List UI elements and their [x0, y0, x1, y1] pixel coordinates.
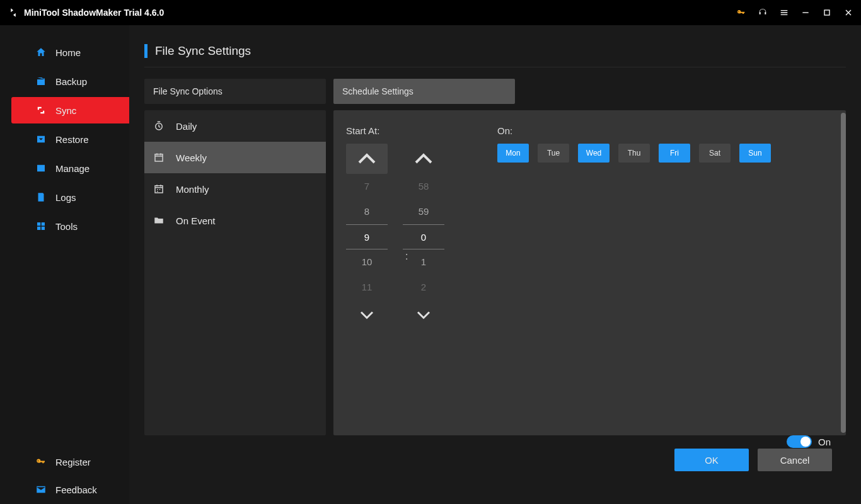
- minute-option[interactable]: 58: [403, 174, 444, 199]
- schedule-settings-panel: Start At: : 7 8 9 10 11: [333, 110, 846, 435]
- headset-icon[interactable]: [758, 8, 768, 18]
- day-toggle-fri[interactable]: Fri: [659, 144, 690, 163]
- sidebar-item-backup[interactable]: Backup: [11, 68, 129, 94]
- sidebar: Home Backup Sync Restore Manage Logs Too…: [0, 25, 129, 504]
- day-toggle-mon[interactable]: Mon: [497, 144, 529, 163]
- minute-up-button[interactable]: [403, 144, 444, 174]
- schedule-type-monthly[interactable]: Monthly: [144, 173, 326, 205]
- ok-button[interactable]: OK: [674, 449, 749, 471]
- schedule-type-label: On Event: [176, 215, 216, 226]
- tab-file-sync-options[interactable]: File Sync Options: [144, 79, 326, 104]
- sidebar-item-label: Manage: [55, 163, 90, 174]
- page-header: File Sync Settings: [144, 44, 846, 67]
- start-at-label: Start At:: [346, 125, 459, 136]
- hour-option[interactable]: 11: [346, 275, 388, 300]
- sidebar-item-label: Logs: [55, 192, 76, 203]
- sidebar-item-manage[interactable]: Manage: [11, 155, 129, 181]
- clock-icon: [153, 120, 165, 132]
- on-label: On:: [497, 125, 771, 136]
- schedule-type-daily[interactable]: Daily: [144, 110, 326, 142]
- hour-option[interactable]: 10: [346, 249, 388, 275]
- sidebar-item-label: Restore: [55, 134, 89, 145]
- app-title: MiniTool ShadowMaker Trial 4.6.0: [24, 8, 164, 18]
- svg-rect-7: [155, 154, 163, 161]
- schedule-type-label: Monthly: [176, 184, 209, 195]
- menu-icon[interactable]: [779, 8, 789, 18]
- app-logo-icon: [8, 7, 19, 18]
- calendar-month-icon: [153, 183, 165, 195]
- backup-icon: [35, 76, 47, 87]
- cancel-button[interactable]: Cancel: [758, 449, 832, 471]
- tab-schedule-settings[interactable]: Schedule Settings: [333, 79, 515, 104]
- schedule-type-list: Daily Weekly Monthly On Event: [144, 110, 326, 435]
- page-title: File Sync Settings: [155, 44, 251, 58]
- mail-icon: [35, 484, 47, 495]
- key-icon: [35, 456, 47, 467]
- minimize-icon[interactable]: [800, 8, 811, 18]
- manage-icon: [35, 163, 47, 174]
- sidebar-item-logs[interactable]: Logs: [11, 184, 129, 210]
- day-toggle-thu[interactable]: Thu: [618, 144, 650, 163]
- sidebar-item-restore[interactable]: Restore: [11, 126, 129, 152]
- toggle-label: On: [818, 437, 831, 447]
- restore-icon: [35, 134, 47, 145]
- hour-option[interactable]: 7: [346, 174, 388, 199]
- sidebar-item-sync[interactable]: Sync: [11, 97, 129, 123]
- logs-icon: [35, 192, 47, 203]
- day-toggle-tue[interactable]: Tue: [538, 144, 569, 163]
- close-icon[interactable]: [843, 8, 853, 18]
- home-icon: [35, 47, 47, 58]
- minute-option[interactable]: 59: [403, 199, 444, 224]
- tabs-row: File Sync Options Schedule Settings: [144, 79, 846, 104]
- sidebar-item-label: Home: [55, 47, 81, 58]
- time-spinner: : 7 8 9 10 11: [346, 144, 459, 326]
- sidebar-item-register[interactable]: Register: [11, 449, 129, 475]
- minute-selected[interactable]: 0: [403, 224, 444, 249]
- hour-down-button[interactable]: [346, 304, 388, 326]
- day-toggle-sun[interactable]: Sun: [739, 144, 771, 163]
- svg-rect-5: [42, 227, 45, 230]
- sidebar-item-label: Register: [55, 457, 91, 467]
- sidebar-item-label: Tools: [55, 221, 78, 232]
- svg-rect-0: [802, 12, 808, 13]
- maximize-icon[interactable]: [822, 8, 832, 18]
- svg-rect-8: [155, 186, 163, 193]
- footer-buttons: OK Cancel: [144, 435, 846, 484]
- scrollbar[interactable]: [841, 113, 846, 433]
- hour-option[interactable]: 8: [346, 199, 388, 224]
- calendar-week-icon: [153, 152, 165, 163]
- hour-up-button[interactable]: [346, 144, 388, 174]
- hour-selected[interactable]: 9: [346, 224, 388, 249]
- key-icon[interactable]: [736, 8, 746, 18]
- minute-option[interactable]: 2: [403, 275, 444, 300]
- day-toggle-wed[interactable]: Wed: [578, 144, 610, 163]
- sidebar-item-feedback[interactable]: Feedback: [11, 476, 129, 503]
- svg-rect-3: [42, 222, 45, 226]
- sidebar-item-label: Sync: [55, 105, 76, 116]
- header-accent-bar: [144, 44, 147, 58]
- sync-icon: [35, 105, 47, 116]
- sidebar-item-tools[interactable]: Tools: [11, 213, 129, 239]
- hour-spinner[interactable]: 7 8 9 10 11: [346, 144, 388, 326]
- schedule-type-on-event[interactable]: On Event: [144, 205, 326, 236]
- sidebar-item-label: Feedback: [55, 484, 97, 495]
- minute-option[interactable]: 1: [403, 249, 444, 275]
- titlebar: MiniTool ShadowMaker Trial 4.6.0: [0, 0, 861, 25]
- main-panel: File Sync Settings File Sync Options Sch…: [129, 25, 861, 504]
- schedule-type-label: Weekly: [176, 152, 207, 163]
- tools-icon: [35, 220, 47, 232]
- schedule-type-weekly[interactable]: Weekly: [144, 142, 326, 173]
- schedule-enable-toggle[interactable]: [787, 435, 812, 448]
- sidebar-item-home[interactable]: Home: [11, 39, 129, 66]
- svg-rect-1: [824, 10, 829, 15]
- days-row: Mon Tue Wed Thu Fri Sat Sun: [497, 144, 771, 163]
- sidebar-item-label: Backup: [55, 76, 87, 87]
- minute-spinner[interactable]: 58 59 0 1 2: [403, 144, 444, 326]
- minute-down-button[interactable]: [403, 304, 444, 326]
- folder-icon: [153, 215, 165, 226]
- time-colon: :: [405, 251, 408, 262]
- svg-rect-2: [37, 222, 40, 226]
- day-toggle-sat[interactable]: Sat: [699, 144, 731, 163]
- schedule-type-label: Daily: [176, 121, 197, 132]
- svg-rect-4: [37, 227, 40, 230]
